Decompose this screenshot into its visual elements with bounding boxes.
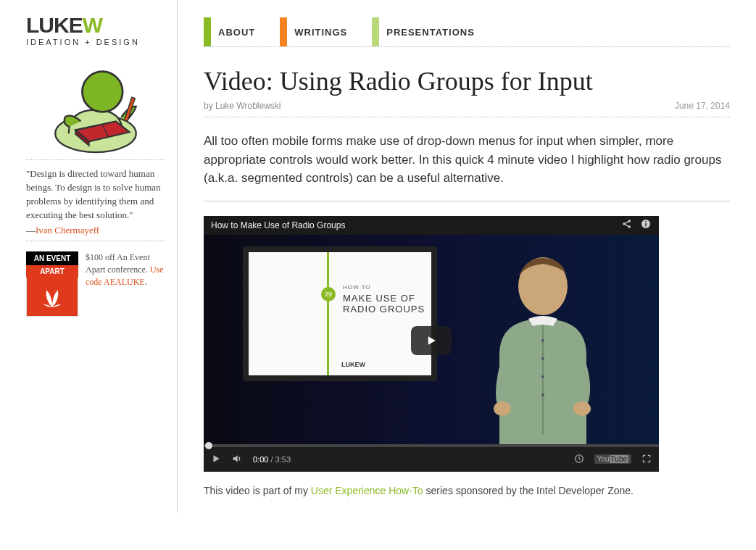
nav-writings[interactable]: WRITINGS [280,17,347,46]
article-date: June 17, 2014 [675,101,730,111]
progress-knob[interactable] [205,442,212,449]
article-intro: All too often mobile forms make use of d… [204,132,730,188]
svg-rect-8 [645,223,646,227]
nav-bar-icon [204,17,211,46]
share-icon[interactable] [621,218,633,232]
fullscreen-icon[interactable] [641,454,652,465]
promo-text: $100 off An Event Apart conference. Use … [86,251,165,317]
video-title: How to Make Use of Radio Groups [211,220,345,230]
svg-point-1 [82,72,122,112]
promo-block: AN EVENT APART $100 off An Event Apart c… [26,251,165,317]
byline: by Luke Wroblewski [204,101,281,111]
mascot-illustration [26,59,165,154]
video-titlebar: How to Make Use of Radio Groups [204,216,659,235]
svg-point-12 [541,357,544,360]
slide-screen: 29 HOW TO MAKE USE OF RADIO GROUPS LUKEW [243,246,437,381]
divider [26,159,165,160]
logo-brand-w: W [83,13,102,37]
presenter-figure [470,246,615,447]
svg-point-15 [494,401,511,416]
logo-brand: LUKE [26,13,83,37]
caption-link[interactable]: User Experience How-To [311,485,423,496]
time-display: 0:00 / 3:53 [253,455,291,464]
info-icon[interactable] [640,218,652,232]
quote-attribution: —Ivan Chermayeff [26,225,165,236]
nav-about[interactable]: ABOUT [204,17,255,46]
sidebar-quote: "Design is directed toward human beings.… [26,167,165,222]
svg-point-14 [541,393,544,396]
page-title: Video: Using Radio Groups for Input [204,66,730,96]
divider [26,241,165,241]
play-button[interactable] [411,326,452,355]
svg-point-11 [541,339,544,342]
watch-later-icon[interactable] [574,454,584,465]
svg-point-13 [541,375,544,378]
svg-rect-9 [645,221,646,222]
byline-row: by Luke Wroblewski June 17, 2014 [204,101,730,117]
site-logo[interactable]: LUKEW IDEATION + DESIGN [26,14,165,46]
divider [204,201,730,201]
nav-presentations[interactable]: PRESENTATIONS [372,17,475,46]
youtube-logo[interactable]: YouTube [594,454,631,464]
main-nav: ABOUT WRITINGS PRESENTATIONS [204,17,730,47]
video-player: How to Make Use of Radio Groups 29 HOW T… [204,216,659,472]
volume-icon[interactable] [231,453,243,466]
nav-bar-icon [280,17,287,46]
progress-bar[interactable] [204,444,659,447]
video-stage[interactable]: 29 HOW TO MAKE USE OF RADIO GROUPS LUKEW [204,235,659,447]
promo-badge[interactable]: AN EVENT APART [26,251,78,317]
leaf-icon [26,278,78,317]
video-caption: This video is part of my User Experience… [204,483,730,499]
nav-bar-icon [372,17,379,46]
quote-author-link[interactable]: Ivan Chermayeff [36,225,99,236]
play-icon[interactable] [211,454,221,465]
video-controls: 0:00 / 3:53 YouTube [204,447,659,472]
logo-tagline: IDEATION + DESIGN [26,38,165,46]
svg-point-16 [573,401,591,416]
